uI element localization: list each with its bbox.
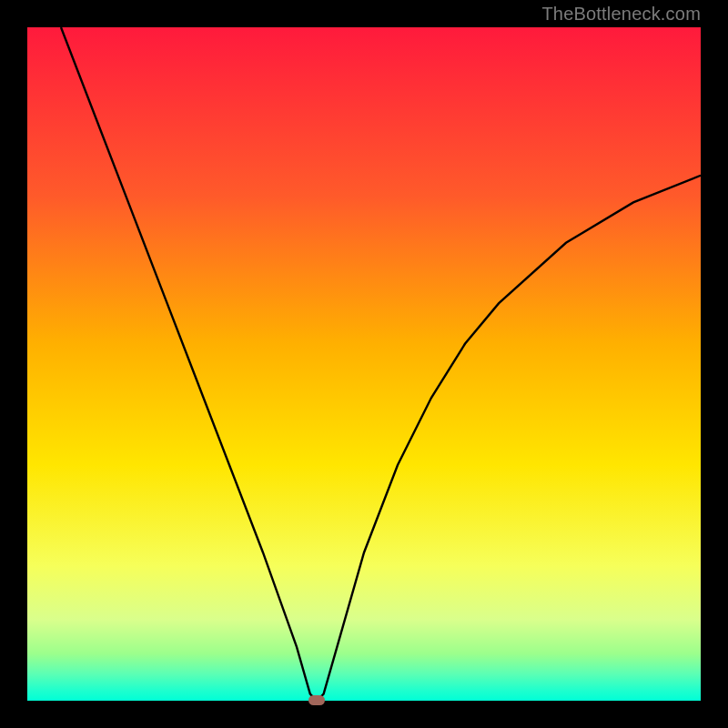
bottleneck-curve [27, 27, 701, 701]
attribution-text: TheBottleneck.com [541, 4, 701, 25]
plot-area [27, 27, 701, 701]
chart-frame: TheBottleneck.com [0, 0, 728, 728]
optimal-point-marker [308, 695, 325, 705]
